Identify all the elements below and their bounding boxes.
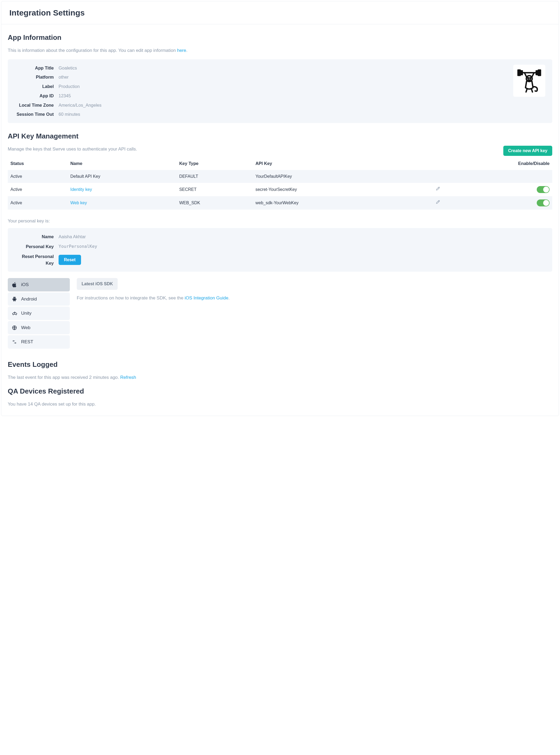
label-row: Label Production <box>13 83 102 90</box>
sdk-tab-label: Unity <box>21 310 32 317</box>
pk-key-label: Personal Key <box>13 243 59 250</box>
sdk-guide-link[interactable]: iOS Integration Guide <box>185 295 228 301</box>
svg-point-9 <box>530 78 531 78</box>
api-key-name: Default API Key <box>70 174 100 179</box>
sdk-desc-post: . <box>228 295 230 301</box>
col-edit <box>416 158 460 170</box>
sdk-tab-rest[interactable]: REST <box>8 335 70 349</box>
platform-value: other <box>59 74 69 80</box>
col-type: Key Type <box>177 158 253 170</box>
ios-icon <box>12 282 17 288</box>
app-info-kv-list: App Title Goaletics Platform other Label… <box>13 65 102 118</box>
api-key-status: Active <box>8 170 68 183</box>
events-heading: Events Logged <box>8 359 552 370</box>
web-icon <box>12 325 17 330</box>
api-desc: Manage the keys that Swrve uses to authe… <box>8 146 137 152</box>
api-key-status: Active <box>8 196 68 210</box>
app-info-desc-post: . <box>186 48 187 53</box>
sdk-tab-unity[interactable]: Unity <box>8 307 70 320</box>
pk-reset-label: Reset Personal Key <box>13 253 59 267</box>
appid-row: App ID 12345 <box>13 93 102 99</box>
pk-name-label: Name <box>13 233 59 240</box>
events-desc-pre: The last event for this app was received… <box>8 375 120 380</box>
android-icon <box>12 296 17 302</box>
sdk-content: Latest iOS SDK For instructions on how t… <box>77 278 552 349</box>
api-key-value: YourDefaultAPIKey <box>253 170 416 183</box>
latest-sdk-pill[interactable]: Latest iOS SDK <box>77 278 118 290</box>
rest-icon <box>12 340 17 344</box>
api-key-name-link[interactable]: Web key <box>70 201 87 205</box>
sdk-desc: For instructions on how to integrate the… <box>77 294 552 302</box>
app-info-box: App Title Goaletics Platform other Label… <box>8 59 552 123</box>
api-key-status: Active <box>8 183 68 196</box>
pk-name-value: Aaisha Akhtar <box>59 233 86 240</box>
col-status: Status <box>8 158 68 170</box>
qa-desc: You have 14 QA devices set up for this a… <box>8 401 552 408</box>
timeout-value: 60 minutes <box>59 111 80 118</box>
platform-row: Platform other <box>13 74 102 80</box>
edit-app-info-link[interactable]: here <box>177 48 186 53</box>
table-header-row: Status Name Key Type API Key Enable/Disa… <box>8 158 552 170</box>
appid-value: 12345 <box>59 93 71 99</box>
sdk-tab-web[interactable]: Web <box>8 321 70 334</box>
monkey-lifting-icon <box>516 68 542 94</box>
tz-label: Local Time Zone <box>13 102 59 108</box>
api-key-name-link[interactable]: Identity key <box>70 187 92 192</box>
col-toggle: Enable/Disable <box>460 158 552 170</box>
sdk-tab-label: REST <box>21 339 33 345</box>
api-key-type: DEFAULT <box>177 170 253 183</box>
timeout-row: Session Time Out 60 minutes <box>13 111 102 118</box>
api-header-row: Manage the keys that Swrve uses to authe… <box>8 146 552 156</box>
sdk-tab-android[interactable]: Android <box>8 292 70 306</box>
app-info-desc-pre: This is information about the configurat… <box>8 48 177 53</box>
app-info-desc: This is information about the configurat… <box>8 47 552 54</box>
svg-line-10 <box>526 89 527 92</box>
pk-key-row: Personal Key YourPersonalKey <box>13 243 547 250</box>
unity-icon <box>12 311 17 316</box>
api-key-value: secret-YourSecretKey <box>253 183 416 196</box>
svg-rect-4 <box>536 71 538 75</box>
api-heading: API Key Management <box>8 131 552 141</box>
sdk-section: iOSAndroidUnityWebREST Latest iOS SDK Fo… <box>8 278 552 349</box>
appid-label: App ID <box>13 93 59 99</box>
sdk-tab-label: Web <box>21 324 31 331</box>
api-key-type: WEB_SDK <box>177 196 253 210</box>
tz-row: Local Time Zone America/Los_Angeles <box>13 102 102 108</box>
app-title-label: App Title <box>13 65 59 72</box>
svg-line-11 <box>532 89 533 92</box>
sdk-tabs: iOSAndroidUnityWebREST <box>8 278 70 349</box>
pk-name-row: Name Aaisha Akhtar <box>13 233 547 240</box>
svg-rect-1 <box>518 70 520 75</box>
tz-value: America/Los_Angeles <box>59 102 102 108</box>
label-value: Production <box>59 83 80 90</box>
app-icon <box>513 65 545 97</box>
events-desc: The last event for this app was received… <box>8 374 552 381</box>
sdk-tab-ios[interactable]: iOS <box>8 278 70 291</box>
create-api-key-button[interactable]: Create new API key <box>503 146 552 156</box>
col-key: API Key <box>253 158 416 170</box>
panel-body: App Information This is information abou… <box>1 24 559 416</box>
reset-personal-key-button[interactable]: Reset <box>59 255 81 265</box>
timeout-label: Session Time Out <box>13 111 59 118</box>
pk-reset-row: Reset Personal Key Reset <box>13 253 547 267</box>
edit-icon[interactable] <box>436 187 440 191</box>
integration-settings-panel: Integration Settings App Information Thi… <box>1 1 559 416</box>
edit-icon[interactable] <box>436 200 440 204</box>
panel-header: Integration Settings <box>1 1 559 24</box>
col-name: Name <box>68 158 177 170</box>
api-key-table: Status Name Key Type API Key Enable/Disa… <box>8 158 552 210</box>
personal-key-label: Your personal key is: <box>8 218 552 225</box>
enable-toggle[interactable] <box>537 200 549 206</box>
app-title-value: Goaletics <box>59 65 77 72</box>
label-label: Label <box>13 83 59 90</box>
platform-label: Platform <box>13 74 59 80</box>
app-title-row: App Title Goaletics <box>13 65 102 72</box>
enable-toggle[interactable] <box>537 186 549 193</box>
table-row: ActiveWeb keyWEB_SDKweb_sdk-YourWebKey <box>8 196 552 210</box>
events-refresh-link[interactable]: Refresh <box>120 375 136 380</box>
qa-heading: QA Devices Registered <box>8 386 552 396</box>
page-title: Integration Settings <box>9 7 551 19</box>
sdk-desc-pre: For instructions on how to integrate the… <box>77 295 185 301</box>
api-key-type: SECRET <box>177 183 253 196</box>
table-row: ActiveDefault API KeyDEFAULTYourDefaultA… <box>8 170 552 183</box>
